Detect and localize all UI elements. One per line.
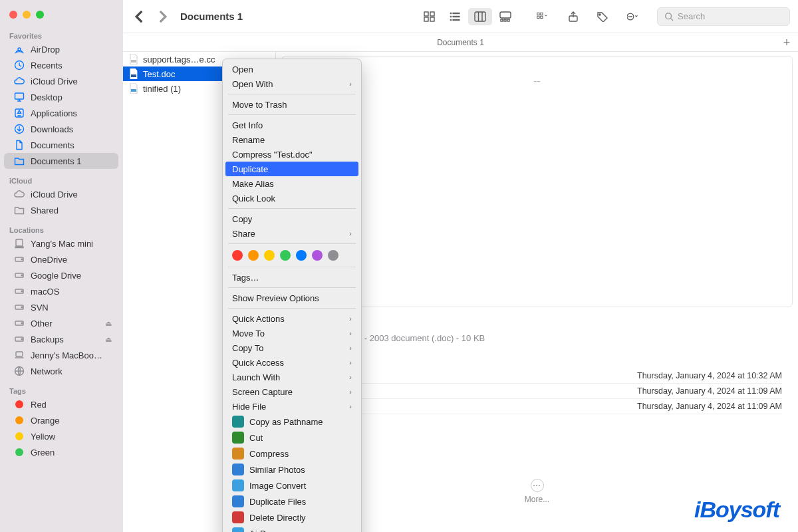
context-item-move-to-trash[interactable]: Move to Trash [223,97,361,112]
view-mode-group [418,8,517,25]
sidebar-item-airdrop[interactable]: AirDrop [4,41,118,57]
sidebar-item-network[interactable]: Network [4,363,118,379]
svg-rect-50 [131,60,136,63]
view-icons-button[interactable] [418,8,442,25]
svg-rect-19 [16,352,23,356]
tag-button[interactable] [591,8,614,25]
airdrop-icon [13,43,25,55]
context-item-tags-[interactable]: Tags… [223,270,361,285]
context-item-label: Move to Trash [232,100,287,110]
chevron-right-icon: › [349,388,352,396]
context-item-compress[interactable]: Compress [223,446,361,462]
context-item-quick-actions[interactable]: Quick Actions› [223,311,361,326]
sidebar-item-yang-s-mac-mini[interactable]: Yang's Mac mini [4,235,118,251]
forward-button[interactable] [154,8,171,25]
context-item-rename[interactable]: Rename [223,132,361,147]
tag-color-swatch[interactable] [264,250,275,261]
sidebar-item-desktop[interactable]: Desktop [4,89,118,105]
sidebar-item-red[interactable]: Red [4,396,118,412]
eject-icon[interactable]: ⏏ [105,335,112,344]
toolbar: Documents 1 Search [123,0,798,33]
sidebar-item-yellow[interactable]: Yellow [4,428,118,444]
close-icon[interactable] [9,11,17,19]
tag-color-swatch[interactable] [248,250,259,261]
sidebar-item-applications[interactable]: Applications [4,105,118,121]
sidebar-item-macos[interactable]: macOS [4,283,118,299]
info-tags-field[interactable]: Add Tags… [292,437,782,447]
sidebar-item-icloud-drive[interactable]: iCloud Drive [4,73,118,89]
context-item-cut[interactable]: Cut [223,430,361,446]
context-item-hide-file[interactable]: Hide File› [223,399,361,414]
sidebar-heading: Locations [0,223,122,235]
context-item-quick-access[interactable]: Quick Access› [223,355,361,370]
context-item-duplicate[interactable]: Duplicate [225,162,358,176]
info-row: Last openedThursday, January 4, 2024 at … [292,399,782,414]
back-button[interactable] [131,8,148,25]
zoom-icon[interactable] [36,11,44,19]
svg-rect-41 [541,16,543,18]
action-menu-button[interactable] [620,8,646,25]
context-item-make-alias[interactable]: Make Alias [223,176,361,191]
tag-color-swatch[interactable] [296,250,307,261]
sidebar-item-downloads[interactable]: Downloads [4,121,118,137]
context-item-airdrop[interactable]: AirDrop [223,525,361,532]
view-columns-button[interactable] [468,8,492,25]
sidebar-item-icloud-drive[interactable]: iCloud Drive [4,186,118,202]
context-item-move-to[interactable]: Move To› [223,326,361,340]
sidebar-item-backups[interactable]: Backups⏏ [4,331,118,347]
tag-dot-icon [13,398,25,410]
svg-rect-35 [501,19,503,21]
minimize-icon[interactable] [23,11,31,19]
sidebar-item-jenny-s-macboo-[interactable]: Jenny's MacBoo… [4,347,118,363]
sidebar-item-google-drive[interactable]: Google Drive [4,267,118,283]
context-item-image-convert[interactable]: Image Convert [223,477,361,493]
sidebar-item-svn[interactable]: SVN [4,299,118,315]
tag-color-swatch[interactable] [328,250,338,261]
tag-color-swatch[interactable] [312,250,323,261]
tag-color-swatch[interactable] [232,250,243,261]
context-item-label: Open [232,65,253,74]
context-item-screen-capture[interactable]: Screen Capture› [223,384,361,399]
sidebar-item-documents[interactable]: Documents [4,137,118,153]
service-icon [232,511,244,523]
context-item-similar-photos[interactable]: Similar Photos [223,462,361,477]
context-item-open-with[interactable]: Open With› [223,76,361,91]
context-item-launch-with[interactable]: Launch With› [223,370,361,384]
sidebar-item-shared[interactable]: Shared [4,202,118,218]
sidebar-item-green[interactable]: Green [4,444,118,460]
context-item-delete-directly[interactable]: Delete Directly [223,509,361,525]
view-list-button[interactable] [443,8,467,25]
new-tab-button[interactable]: + [779,35,794,50]
tab-label[interactable]: Documents 1 [437,38,484,47]
sidebar-item-recents[interactable]: Recents [4,57,118,73]
drive-icon [13,301,25,313]
sidebar-item-orange[interactable]: Orange [4,412,118,428]
folder-icon [13,204,25,216]
context-item-copy-to[interactable]: Copy To› [223,340,361,355]
context-item-share[interactable]: Share› [223,226,361,241]
svg-rect-52 [131,89,136,92]
search-input[interactable]: Search [657,7,790,26]
svg-rect-30 [453,19,460,20]
sidebar-item-other[interactable]: Other⏏ [4,315,118,331]
context-item-open[interactable]: Open [223,62,361,76]
sidebar-item-documents-1[interactable]: Documents 1 [4,153,118,169]
mac-icon [13,237,25,249]
sidebar-item-label: Shared [31,205,59,215]
eject-icon[interactable]: ⏏ [105,319,112,328]
view-gallery-button[interactable] [493,8,517,25]
share-button[interactable] [561,8,585,25]
context-item-get-info[interactable]: Get Info [223,118,361,132]
context-item-quick-look[interactable]: Quick Look [223,191,361,205]
context-item-compress-test-doc-[interactable]: Compress "Test.doc" [223,147,361,162]
context-item-label: Tags… [232,273,259,283]
tag-color-swatch[interactable] [280,250,291,261]
context-item-duplicate-files[interactable]: Duplicate Files [223,493,361,509]
context-item-show-preview-options[interactable]: Show Preview Options [223,291,361,305]
sidebar-item-onedrive[interactable]: OneDrive [4,251,118,267]
context-item-copy[interactable]: Copy [223,211,361,226]
group-by-button[interactable] [529,8,556,25]
context-item-copy-as-pathname[interactable]: Copy as Pathname [223,414,361,430]
folder-icon [13,155,25,167]
sidebar-item-label: Jenny's MacBoo… [31,350,102,360]
